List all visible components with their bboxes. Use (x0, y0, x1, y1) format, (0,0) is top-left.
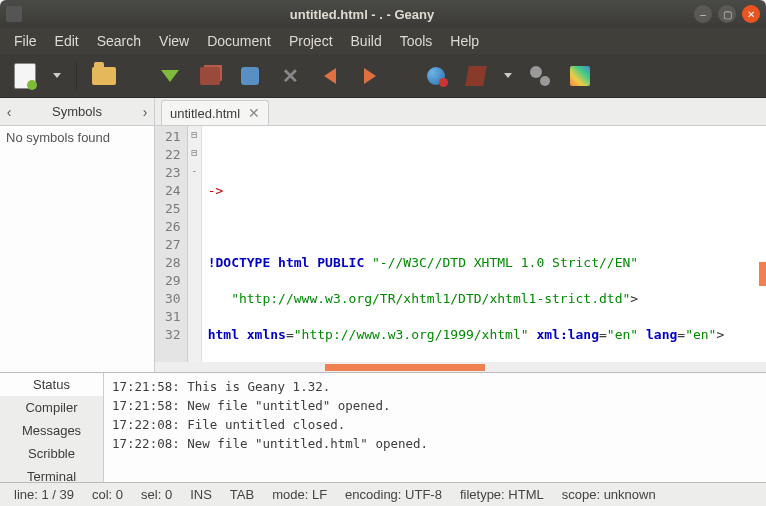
status-tab: TAB (230, 487, 254, 502)
menu-document[interactable]: Document (199, 30, 279, 52)
tab-untitled-html[interactable]: untitled.html ✕ (161, 100, 269, 125)
menubar: File Edit Search View Document Project B… (0, 28, 766, 54)
menu-help[interactable]: Help (442, 30, 487, 52)
msg-tab-status[interactable]: Status (0, 373, 103, 396)
color-chooser-button[interactable] (563, 59, 597, 93)
preferences-button[interactable] (523, 59, 557, 93)
revert-icon (241, 67, 259, 85)
execute-button[interactable] (419, 59, 453, 93)
msg-tab-scribble[interactable]: Scribble (0, 442, 103, 465)
sidebar-next-tab[interactable]: › (136, 104, 154, 120)
close-doc-button[interactable]: ✕ (273, 59, 307, 93)
sidebar: ‹ Symbols › No symbols found (0, 98, 155, 372)
tab-close-icon[interactable]: ✕ (248, 105, 260, 121)
vertical-scrollbar[interactable] (758, 126, 766, 362)
color-chooser-icon (570, 66, 590, 86)
titlebar: untitled.html - . - Geany – ▢ ✕ (0, 0, 766, 28)
fold-gutter[interactable]: ⊟⊟- (188, 126, 202, 362)
open-file-button[interactable] (87, 59, 121, 93)
message-line: 17:22:08: File untitled closed. (112, 415, 758, 434)
build-button[interactable] (459, 59, 493, 93)
save-button[interactable] (153, 59, 187, 93)
minimize-button[interactable]: – (694, 5, 712, 23)
status-mode: mode: LF (272, 487, 327, 502)
message-line: 17:22:08: New file "untitled.html" opene… (112, 434, 758, 453)
gears-icon (530, 66, 550, 86)
app-icon (6, 6, 22, 22)
status-scope: scope: unknown (562, 487, 656, 502)
menu-tools[interactable]: Tools (392, 30, 441, 52)
tab-label: untitled.html (170, 106, 240, 121)
sidebar-tab-symbols[interactable]: Symbols (18, 100, 136, 123)
chevron-down-icon (504, 73, 512, 78)
status-col: col: 0 (92, 487, 123, 502)
status-filetype: filetype: HTML (460, 487, 544, 502)
menu-build[interactable]: Build (343, 30, 390, 52)
close-button[interactable]: ✕ (742, 5, 760, 23)
save-all-button[interactable] (193, 59, 227, 93)
window-title: untitled.html - . - Geany (30, 7, 694, 22)
msg-tab-messages[interactable]: Messages (0, 419, 103, 442)
menu-search[interactable]: Search (89, 30, 149, 52)
save-icon (161, 70, 179, 82)
nav-back-button[interactable] (313, 59, 347, 93)
maximize-button[interactable]: ▢ (718, 5, 736, 23)
message-line: 17:21:58: New file "untitled" opened. (112, 396, 758, 415)
code-lines[interactable]: -> !DOCTYPE html PUBLIC "-//W3C//DTD XHT… (202, 126, 746, 362)
chevron-down-icon (53, 73, 61, 78)
messages-body[interactable]: 17:21:58: This is Geany 1.32. 17:21:58: … (104, 373, 766, 482)
arrow-left-icon (324, 68, 336, 84)
revert-button[interactable] (233, 59, 267, 93)
message-line: 17:21:58: This is Geany 1.32. (112, 377, 758, 396)
menu-project[interactable]: Project (281, 30, 341, 52)
horizontal-scrollbar[interactable] (155, 362, 766, 372)
menu-edit[interactable]: Edit (47, 30, 87, 52)
execute-icon (427, 67, 445, 85)
status-sel: sel: 0 (141, 487, 172, 502)
messages-panel: Status Compiler Messages Scribble Termin… (0, 372, 766, 482)
sidebar-prev-tab[interactable]: ‹ (0, 104, 18, 120)
menu-file[interactable]: File (6, 30, 45, 52)
menu-view[interactable]: View (151, 30, 197, 52)
folder-open-icon (92, 67, 116, 85)
arrow-right-icon (364, 68, 376, 84)
status-line-col: line: 1 / 39 (14, 487, 74, 502)
status-encoding: encoding: UTF-8 (345, 487, 442, 502)
close-icon: ✕ (282, 64, 299, 88)
brick-icon (465, 66, 487, 86)
msg-tab-compiler[interactable]: Compiler (0, 396, 103, 419)
new-file-icon (14, 63, 36, 89)
new-file-dropdown[interactable] (48, 59, 66, 93)
save-all-icon (200, 67, 220, 85)
toolbar: ✕ (0, 54, 766, 98)
status-ins: INS (190, 487, 212, 502)
new-file-button[interactable] (8, 59, 42, 93)
code-editor[interactable]: 212223242526272829303132 ⊟⊟- -> !DOCTYPE… (155, 126, 766, 362)
line-gutter: 212223242526272829303132 (155, 126, 188, 362)
nav-forward-button[interactable] (353, 59, 387, 93)
document-tabs: untitled.html ✕ (155, 98, 766, 126)
sidebar-empty-label: No symbols found (0, 126, 154, 149)
statusbar: line: 1 / 39 col: 0 sel: 0 INS TAB mode:… (0, 482, 766, 506)
build-dropdown[interactable] (499, 59, 517, 93)
